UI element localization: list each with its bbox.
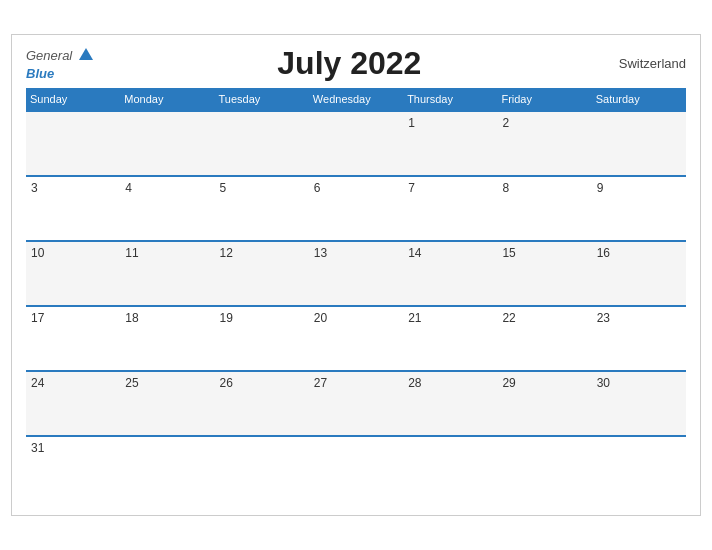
week-row-5: 24 25 26 27 28 29 30: [26, 371, 686, 436]
day-20: 20: [309, 306, 403, 371]
day-17: 17: [26, 306, 120, 371]
day-28: 28: [403, 371, 497, 436]
day-8: 8: [497, 176, 591, 241]
col-sunday: Sunday: [26, 88, 120, 111]
day-empty: [215, 436, 309, 501]
day-2: 2: [497, 111, 591, 176]
day-10: 10: [26, 241, 120, 306]
logo-general-text: General: [26, 48, 72, 63]
day-4: 4: [120, 176, 214, 241]
col-wednesday: Wednesday: [309, 88, 403, 111]
calendar-header: General Blue July 2022 Switzerland: [26, 45, 686, 82]
day-19: 19: [215, 306, 309, 371]
day-27: 27: [309, 371, 403, 436]
day-29: 29: [497, 371, 591, 436]
country-label: Switzerland: [606, 56, 686, 71]
calendar-grid: Sunday Monday Tuesday Wednesday Thursday…: [26, 88, 686, 501]
day-empty: [120, 111, 214, 176]
day-6: 6: [309, 176, 403, 241]
logo-bottom: Blue: [26, 64, 54, 82]
day-7: 7: [403, 176, 497, 241]
calendar-tbody: 1 2 3 4 5 6 7 8 9 10 11 12 13 14 15: [26, 111, 686, 501]
day-empty: [26, 111, 120, 176]
day-empty: [592, 436, 686, 501]
day-1: 1: [403, 111, 497, 176]
logo: General Blue: [26, 46, 93, 81]
calendar-wrapper: General Blue July 2022 Switzerland Sunda…: [11, 34, 701, 516]
day-22: 22: [497, 306, 591, 371]
day-empty: [403, 436, 497, 501]
day-5: 5: [215, 176, 309, 241]
day-12: 12: [215, 241, 309, 306]
week-row-1: 1 2: [26, 111, 686, 176]
col-friday: Friday: [497, 88, 591, 111]
day-empty: [120, 436, 214, 501]
day-3: 3: [26, 176, 120, 241]
col-monday: Monday: [120, 88, 214, 111]
col-tuesday: Tuesday: [215, 88, 309, 111]
week-row-3: 10 11 12 13 14 15 16: [26, 241, 686, 306]
col-thursday: Thursday: [403, 88, 497, 111]
day-empty: [309, 436, 403, 501]
day-24: 24: [26, 371, 120, 436]
day-18: 18: [120, 306, 214, 371]
day-16: 16: [592, 241, 686, 306]
day-empty: [215, 111, 309, 176]
day-empty: [497, 436, 591, 501]
logo-top: General: [26, 46, 93, 64]
day-23: 23: [592, 306, 686, 371]
day-21: 21: [403, 306, 497, 371]
day-14: 14: [403, 241, 497, 306]
days-header-row: Sunday Monday Tuesday Wednesday Thursday…: [26, 88, 686, 111]
day-26: 26: [215, 371, 309, 436]
week-row-6: 31: [26, 436, 686, 501]
day-13: 13: [309, 241, 403, 306]
day-25: 25: [120, 371, 214, 436]
col-saturday: Saturday: [592, 88, 686, 111]
calendar-title: July 2022: [93, 45, 606, 82]
day-15: 15: [497, 241, 591, 306]
week-row-2: 3 4 5 6 7 8 9: [26, 176, 686, 241]
day-31: 31: [26, 436, 120, 501]
day-empty: [309, 111, 403, 176]
logo-triangle-icon: [79, 48, 93, 60]
day-empty: [592, 111, 686, 176]
logo-blue-text: Blue: [26, 66, 54, 81]
day-9: 9: [592, 176, 686, 241]
calendar-thead: Sunday Monday Tuesday Wednesday Thursday…: [26, 88, 686, 111]
week-row-4: 17 18 19 20 21 22 23: [26, 306, 686, 371]
day-11: 11: [120, 241, 214, 306]
day-30: 30: [592, 371, 686, 436]
